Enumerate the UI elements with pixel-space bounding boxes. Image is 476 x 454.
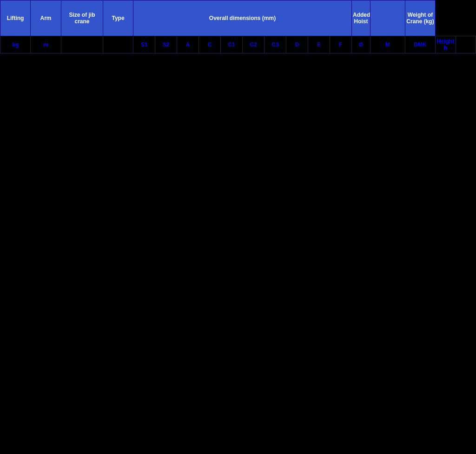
subheader-type — [103, 36, 133, 53]
subheader-c1: C1 — [221, 36, 243, 53]
subheader-height: Height h — [436, 36, 456, 53]
subheader-s1: S1 — [133, 36, 155, 53]
subheader-s2: S2 — [155, 36, 177, 53]
subheader-dmk: DMK — [405, 36, 436, 53]
subheader-d: D — [286, 36, 308, 53]
subheader-a: A — [177, 36, 199, 53]
main-table: Lifting Arm Size of jib crane Type Overa… — [0, 0, 476, 454]
subheader-m-col: M — [370, 36, 405, 53]
subheader-kg: kg — [0, 36, 31, 53]
subheader-c: C — [199, 36, 221, 53]
subheader-c2: C2 — [243, 36, 264, 53]
table-container: Lifting Arm Size of jib crane Type Overa… — [0, 0, 476, 454]
subheader-phi: Ø — [352, 36, 370, 53]
header-type: Type — [103, 0, 133, 36]
header-added-hoist-height — [370, 0, 405, 36]
subheader-weight — [456, 36, 476, 53]
subheader-size — [61, 36, 103, 53]
table-row — [0, 53, 476, 454]
header-overall: Overall dimen­sions (mm) — [133, 0, 352, 36]
subheader-f: F — [330, 36, 352, 53]
header-lifting: Lifting — [0, 0, 31, 36]
subheader-m: m — [31, 36, 61, 53]
header-weight: Weight of Crane (kg) — [405, 0, 436, 36]
subheader-c3: C3 — [264, 36, 286, 53]
header-size: Size of jib crane — [61, 0, 103, 36]
header-arm: Arm — [31, 0, 61, 36]
header-added-hoist-dmk: Added Hoist — [352, 0, 370, 36]
subheader-e: E — [308, 36, 330, 53]
